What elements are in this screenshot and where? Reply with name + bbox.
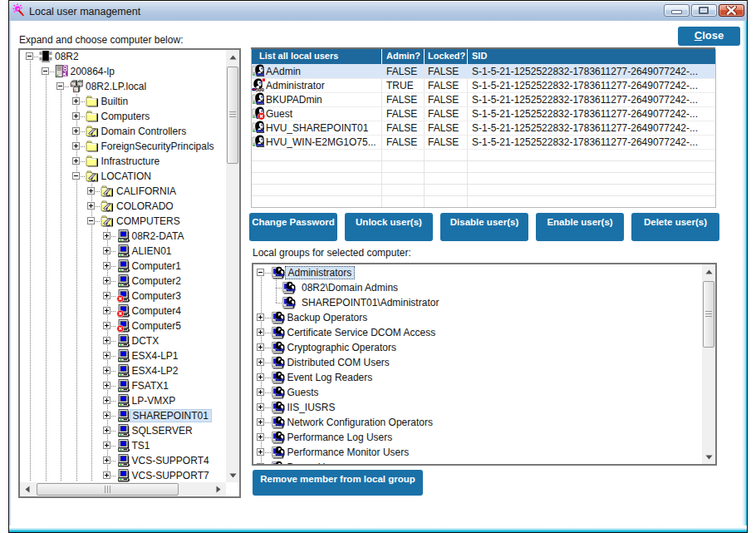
svg-text:500: 500 <box>256 86 265 91</box>
